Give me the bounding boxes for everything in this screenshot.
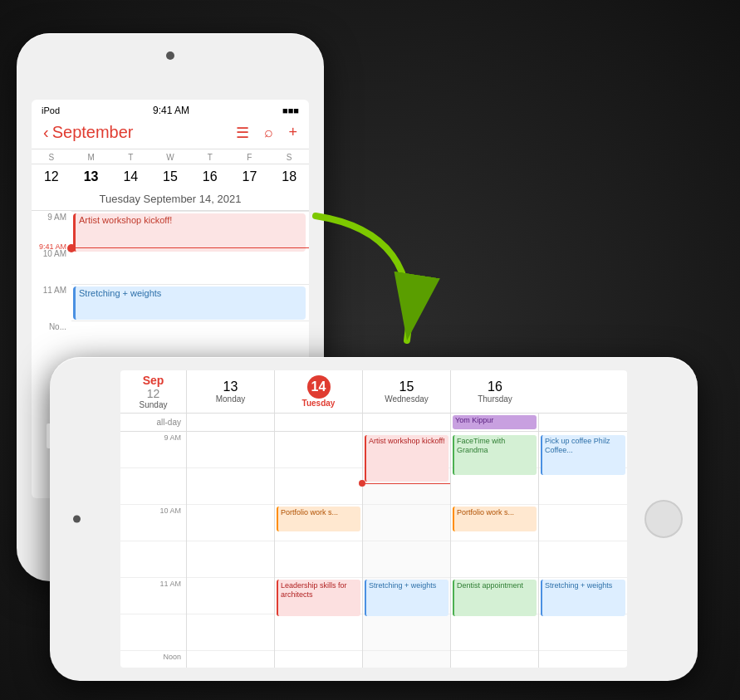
home-button-landscape[interactable] [644,500,683,538]
land-date-14-today: 14 [307,375,331,399]
event-mon-leadership[interactable]: Leadership skills for architects [277,580,360,616]
month-name: September [52,123,134,142]
time-noon: Noon [120,651,186,668]
weekday-wed: W [150,153,190,162]
status-battery: ■■■ [282,105,299,115]
weekday-fri: F [230,153,270,162]
event-wed-portfolio[interactable]: Portfolio work s... [453,507,537,531]
now-line [71,247,309,248]
landscape-ipod: Sep 12 Sunday 13 Monday 14 Tuesday 15 W [50,357,698,681]
land-day-monday: Monday [216,394,246,404]
date-13[interactable]: 13 [71,168,111,186]
slot-mon-1 [275,432,362,468]
status-bar: iPod 9:41 AM ■■■ [32,100,309,120]
time-line-noon [71,321,309,357]
land-month-label: Sep [143,374,164,387]
slot-thu-3 [539,505,627,541]
date-17[interactable]: 17 [230,168,270,186]
event-tue-artist[interactable]: Artist workshop kickoff! [365,435,448,482]
land-col-sep: Sep 12 Sunday [120,370,187,413]
weekdays-row: S M T W T F S [32,149,309,164]
land-date-15: 15 [399,379,414,394]
allday-label: all-day [120,414,187,431]
now-dot-landscape [359,480,365,487]
land-col-15[interactable]: 15 Wednesday [363,370,451,413]
time-labels-col: 9 AM 10 AM 11 AM Noon 1 PM [120,432,187,668]
list-icon[interactable]: ☰ [236,124,249,142]
slot-tue-6 [363,614,450,651]
date-15[interactable]: 15 [150,168,190,186]
slot-mon-6 [275,614,362,651]
allday-sun [187,414,275,431]
land-date-13: 13 [223,379,238,394]
event-yom-kippur[interactable]: Yom Kippur [453,415,537,429]
weekday-mon: M [71,153,111,162]
time-label-11am: 11 AM [32,284,71,321]
landscape-screen: Sep 12 Sunday 13 Monday 14 Tuesday 15 W [120,370,627,668]
landscape-calendar: Sep 12 Sunday 13 Monday 14 Tuesday 15 W [120,370,627,668]
camera-landscape [73,516,81,523]
event-tue-stretching[interactable]: Stretching + weights [365,580,448,616]
date-18[interactable]: 18 [269,168,309,186]
camera-portrait [166,51,174,60]
date-16[interactable]: 16 [190,168,230,186]
time-1130 [120,614,186,651]
col-monday: Portfolio work s... Leadership skills fo… [275,432,363,668]
slot-wed-7 [451,651,538,668]
slot-tue-3 [363,505,450,541]
slot-sun-6 [187,614,274,651]
slot-sun-3 [187,505,274,541]
weekday-sun: S [32,153,71,162]
search-icon[interactable]: ⌕ [264,124,273,142]
slot-wed-4 [451,541,538,578]
slot-thu-6 [539,614,627,651]
event-mon-portfolio[interactable]: Portfolio work s... [277,507,360,531]
weekday-thu: T [190,153,230,162]
land-day-thursday: Thursday [478,394,512,404]
time-10am: 10 AM [120,505,186,541]
slot-sun-5 [187,578,274,614]
slot-sun-4 [187,541,274,578]
col-tuesday: Artist workshop kickoff! Stretching + we… [363,432,451,668]
slot-sun-2 [187,468,274,505]
time-row-noon: No... [32,321,309,357]
event-thu-stretching[interactable]: Stretching + weights [541,580,625,616]
land-col-16[interactable]: 16 Thursday [451,370,539,413]
date-14[interactable]: 14 [110,168,150,186]
event-artist-workshop[interactable]: Artist workshop kickoff! [73,213,306,252]
col-thursday: Pick up coffee Philz Coffee... Stretchin… [539,432,627,668]
slot-tue-7 [363,651,450,668]
time-row-10am: 10 AM [32,247,309,284]
selected-date-label: Tuesday September 14, 2021 [32,189,309,211]
event-wed-facetime[interactable]: FaceTime with Grandma [453,435,537,475]
back-chevron-icon[interactable]: ‹ [43,123,49,142]
time-row-9am: 9 AM Artist workshop kickoff! [32,211,309,247]
now-dot [67,244,76,252]
slot-thu-4 [539,541,627,578]
status-time: 9:41 AM [153,105,189,116]
slot-wed-6 [451,614,538,651]
side-button[interactable] [47,423,50,448]
event-stretching[interactable]: Stretching + weights [73,286,306,320]
date-12[interactable]: 12 [32,168,71,186]
land-col-13[interactable]: 13 Monday [187,370,275,413]
month-nav[interactable]: ‹ September [43,123,134,142]
slot-tue-4 [363,541,450,578]
time-line-10am [71,247,309,284]
land-day-sunday: Sunday [140,400,168,409]
col-wednesday: FaceTime with Grandma Portfolio work s..… [451,432,539,668]
allday-thu [539,414,627,431]
allday-tue [363,414,451,431]
allday-mon [275,414,363,431]
add-icon[interactable]: + [288,124,297,142]
allday-wed: Yom Kippur [451,414,539,431]
time-line-11am: Stretching + weights [71,284,309,321]
event-wed-dentist[interactable]: Dentist appointment [453,580,537,616]
time-9am: 9 AM [120,432,186,468]
land-day-tuesday: Tuesday [302,399,336,408]
time-930 [120,468,186,505]
event-thu-coffee[interactable]: Pick up coffee Philz Coffee... [541,435,625,475]
time-label-10am: 10 AM [32,247,71,284]
slot-mon-7 [275,651,362,668]
land-col-14[interactable]: 14 Tuesday [275,370,363,413]
